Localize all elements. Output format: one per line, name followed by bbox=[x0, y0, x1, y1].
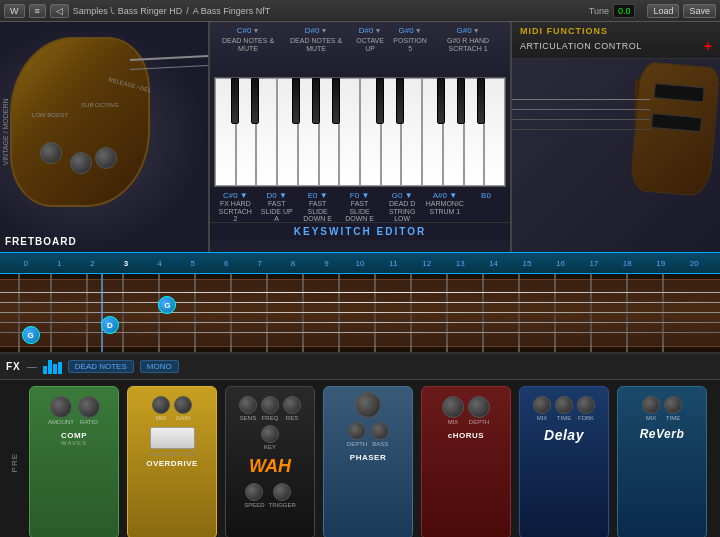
bass-knob-3[interactable] bbox=[95, 147, 117, 169]
ks-note-c0: C#0▼ DEAD NOTES & MUTE bbox=[216, 26, 280, 73]
sub-octave-label: SUB OCTAVE bbox=[75, 102, 125, 108]
ks-bot-desc-1: FX HARD SCRTACH 2 bbox=[216, 200, 255, 222]
piano-key-c0[interactable] bbox=[215, 78, 236, 186]
wah-key-knob[interactable] bbox=[261, 425, 279, 443]
od-fuzz-label: FUZZ bbox=[181, 451, 196, 457]
fret-line-10 bbox=[338, 274, 340, 352]
fret-line-8 bbox=[266, 274, 268, 352]
piano-keyboard[interactable] bbox=[214, 77, 506, 187]
keyswitch-title: KEYSWITCH EDITOR bbox=[210, 222, 510, 240]
bass-guitar-area: VINTAGE / MODERN LOW BOOST SUB OCTAVE RE… bbox=[0, 22, 210, 252]
bar-1 bbox=[43, 366, 47, 374]
ks-bot-col-1: C#0 ▼ FX HARD SCRTACH 2 bbox=[216, 191, 255, 218]
ks-note-desc-2: DEAD NOTES & MUTE bbox=[284, 37, 348, 52]
fret-19: 19 bbox=[644, 259, 677, 268]
fret-2: 2 bbox=[76, 259, 109, 268]
mono-badge[interactable]: MONO bbox=[140, 360, 179, 373]
wah-knob-speed[interactable]: SPEED bbox=[244, 483, 264, 508]
bass-knob-1[interactable] bbox=[40, 142, 62, 164]
wah-knob-freq[interactable]: FREQ bbox=[261, 396, 279, 421]
piano-key-b0[interactable] bbox=[339, 78, 360, 186]
save-btn[interactable]: Save bbox=[683, 4, 716, 18]
piano-key-e0[interactable] bbox=[256, 78, 277, 186]
od-knob-gain[interactable]: GAIN bbox=[174, 396, 192, 421]
comp-knob-amount[interactable]: AMOUNT bbox=[48, 396, 74, 425]
ks-bot-note-5: G0 ▼ bbox=[392, 191, 413, 200]
ks-bot-desc-2: FAST SLIDE UP A bbox=[259, 200, 295, 222]
comp-ratio-knob[interactable] bbox=[78, 396, 100, 418]
wah-speed-knob[interactable] bbox=[245, 483, 263, 501]
phaser-main-knob[interactable] bbox=[355, 392, 381, 418]
ks-bot-col-7: B0 bbox=[468, 191, 504, 218]
reverb-knob-mix[interactable]: MIX bbox=[642, 396, 660, 421]
phaser-bass[interactable] bbox=[371, 422, 389, 440]
wah-knob-sens[interactable]: SENS bbox=[239, 396, 257, 421]
wah-knob-trigger[interactable]: TRIGGER bbox=[269, 483, 296, 508]
menu-btn[interactable]: ≡ bbox=[29, 4, 46, 18]
piano-key-g0[interactable] bbox=[298, 78, 319, 186]
fret-4: 4 bbox=[143, 259, 176, 268]
ks-bot-col-6: A#0 ▼ HARMONIC STRUM 1 bbox=[426, 191, 464, 218]
bass-knob-2[interactable] bbox=[70, 152, 92, 174]
delay-time-knob[interactable] bbox=[555, 396, 573, 414]
delay-knob-time[interactable]: TIME bbox=[555, 396, 573, 421]
wah-knob-res[interactable]: RES bbox=[283, 396, 301, 421]
piano-key-a0[interactable] bbox=[319, 78, 340, 186]
tune-value[interactable]: 0.0 bbox=[613, 4, 636, 18]
phaser-depth[interactable] bbox=[348, 422, 366, 440]
delay-knob-mix[interactable]: MIX bbox=[533, 396, 551, 421]
fret-line-5 bbox=[158, 274, 160, 352]
ks-bot-col-5: G0 ▼ DEAD D STRING LOW bbox=[383, 191, 422, 218]
wah-res-knob[interactable] bbox=[283, 396, 301, 414]
delay-knobs: MIX TIME FDBK bbox=[533, 396, 595, 421]
ks-note-desc-5: G#0 R HAND SCRTACH 1 bbox=[432, 37, 504, 52]
comp-knob-ratio[interactable]: RATIO bbox=[78, 396, 100, 425]
piano-key-f1[interactable] bbox=[422, 78, 443, 186]
piano-key-f0[interactable] bbox=[277, 78, 298, 186]
chorus-knob-mix[interactable]: MIX bbox=[442, 396, 464, 425]
logo-btn[interactable]: W bbox=[4, 4, 25, 18]
wah-sens-knob[interactable] bbox=[239, 396, 257, 414]
piano-key-d1[interactable] bbox=[381, 78, 402, 186]
piano-key-c1[interactable] bbox=[360, 78, 381, 186]
load-btn[interactable]: Load bbox=[647, 4, 679, 18]
wah-trigger-knob[interactable] bbox=[273, 483, 291, 501]
note-dot-g-low[interactable]: G bbox=[22, 326, 40, 344]
chorus-depth-knob[interactable] bbox=[468, 396, 490, 418]
chorus-knob-depth[interactable]: DEPTH bbox=[468, 396, 490, 425]
reverb-time-knob[interactable] bbox=[664, 396, 682, 414]
dead-notes-badge[interactable]: DEAD NOTES bbox=[68, 360, 134, 373]
chorus-mix-knob[interactable] bbox=[442, 396, 464, 418]
wah-freq-knob[interactable] bbox=[261, 396, 279, 414]
od-gain-knob[interactable] bbox=[174, 396, 192, 414]
ks-bot-note-2: D0 ▼ bbox=[267, 191, 287, 200]
ctrl-dash: — bbox=[27, 361, 37, 372]
phaser-bass-knob[interactable]: BASS bbox=[371, 422, 389, 447]
comp-amount-knob[interactable] bbox=[50, 396, 72, 418]
piano-key-b1[interactable] bbox=[484, 78, 505, 186]
piano-key-a1[interactable] bbox=[464, 78, 485, 186]
delay-knob-fdbk[interactable]: FDBK bbox=[577, 396, 595, 421]
wah-knobs: SENS FREQ RES KEY bbox=[230, 396, 310, 450]
note-dot-d[interactable]: D bbox=[101, 316, 119, 334]
back-btn[interactable]: ◁ bbox=[50, 4, 69, 18]
delay-fdbk-knob[interactable] bbox=[577, 396, 595, 414]
wah-knob-key[interactable]: KEY bbox=[261, 425, 279, 450]
od-knob-mix[interactable]: MIX bbox=[152, 396, 170, 421]
piano-key-d0[interactable] bbox=[236, 78, 257, 186]
fret-line-18 bbox=[626, 274, 628, 352]
reverb-mix-knob[interactable] bbox=[642, 396, 660, 414]
comp-pedal: AMOUNT RATIO COMP WAVES bbox=[29, 386, 119, 537]
phaser-depth-knob[interactable]: DEPTH bbox=[347, 422, 367, 447]
delay-mix-knob[interactable] bbox=[533, 396, 551, 414]
waveform-icon[interactable] bbox=[43, 360, 62, 374]
od-hign-label: HiGn bbox=[165, 451, 179, 457]
overdrive-switch[interactable] bbox=[150, 427, 195, 449]
add-articulation-btn[interactable]: + bbox=[704, 38, 712, 54]
piano-key-e1[interactable] bbox=[401, 78, 422, 186]
od-mix-knob[interactable] bbox=[152, 396, 170, 414]
bar-4 bbox=[58, 362, 62, 374]
reverb-knob-time[interactable]: TIME bbox=[664, 396, 682, 421]
piano-key-g1[interactable] bbox=[443, 78, 464, 186]
phaser-large-knob[interactable] bbox=[355, 392, 381, 418]
